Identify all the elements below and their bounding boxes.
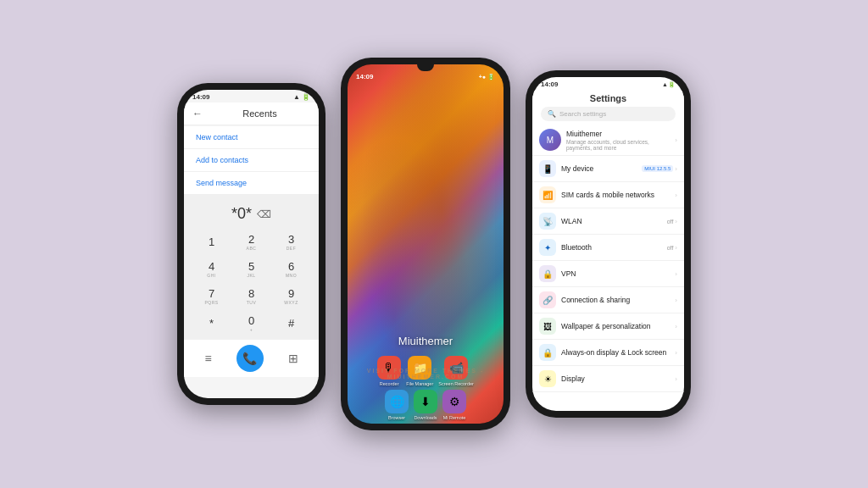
wlan-right: off ›	[667, 218, 677, 225]
settings-item-my-device[interactable]: 📱 My device MIUI 12.5.5 ›	[532, 156, 684, 182]
settings-item-miuithemer[interactable]: M Miuithemer Manage accounts, cloud serv…	[532, 125, 684, 156]
dial-key-2[interactable]: 2ABC	[232, 230, 270, 255]
status-bar-phone1: 14:09 ▲ 🔋	[184, 90, 319, 103]
file-manager-label: File Manager	[406, 381, 433, 386]
settings-screen: 14:09 ▲🔋 Settings 🔍 Search settings M	[532, 77, 684, 411]
display-content: Display	[561, 374, 670, 383]
settings-item-connection-sharing[interactable]: 🔗 Connection & sharing ›	[532, 287, 684, 313]
dialer-input: *0* ⌫	[192, 200, 310, 228]
settings-item-bluetooth[interactable]: ✦ Bluetooth off ›	[532, 235, 684, 261]
backspace-button[interactable]: ⌫	[257, 208, 271, 220]
dial-key-0[interactable]: 0+	[232, 311, 270, 336]
watermark: VISIT FOR MORE THEMES - MIUITHEMER.COM	[348, 368, 504, 380]
mi-remote-label: Mi Remote	[443, 415, 466, 420]
always-on-title: Always-on display & Lock screen	[561, 348, 670, 357]
contact-options: New contact Add to contacts Send message	[184, 126, 319, 195]
chevron-icon: ›	[675, 270, 677, 278]
dial-key-1[interactable]: 1	[192, 230, 231, 255]
home-greeting: Miuithemer	[348, 335, 504, 347]
wlan-content: WLAN	[561, 217, 662, 225]
vpn-title: VPN	[561, 269, 670, 278]
add-to-contacts-option[interactable]: Add to contacts	[184, 149, 319, 172]
dial-key-5[interactable]: 5JKL	[232, 257, 270, 282]
connection-sharing-content: Connection & sharing	[561, 296, 670, 304]
dial-key-4[interactable]: 4GHI	[192, 257, 231, 282]
chevron-icon: ›	[675, 349, 677, 357]
display-icon: ☀	[539, 370, 556, 387]
wallpaper-content: Wallpaper & personalization	[561, 322, 670, 330]
bluetooth-content: Bluetooth	[561, 243, 662, 252]
always-on-icon: 🔒	[539, 344, 556, 361]
dial-key-6[interactable]: 6MNO	[272, 257, 310, 282]
recorder-label: Recorder	[380, 381, 399, 386]
miuithemer-content: Miuithemer Manage accounts, cloud servic…	[566, 130, 670, 151]
status-bar-phone2: 14:09 +● 🔋	[348, 71, 504, 82]
recents-title: Recents	[209, 108, 310, 119]
wallpaper-settings-icon: 🖼	[539, 318, 556, 335]
settings-item-sim[interactable]: 📶 SIM cards & mobile networks ›	[532, 182, 684, 208]
connection-sharing-icon: 🔗	[539, 291, 556, 308]
settings-header: Settings 🔍 Search settings	[532, 90, 684, 125]
settings-item-display[interactable]: ☀ Display ›	[532, 366, 684, 392]
time-phone3: 14:09	[541, 80, 558, 88]
bluetooth-right: off ›	[667, 244, 677, 252]
phone-2: 14:09 +● 🔋 Miuithemer 🎙 Recorder 📁 File …	[341, 58, 510, 430]
mi-remote-icon: ⚙	[442, 390, 466, 413]
my-device-content: My device	[561, 164, 637, 173]
bluetooth-title: Bluetooth	[561, 243, 662, 252]
settings-item-wallpaper[interactable]: 🖼 Wallpaper & personalization ›	[532, 313, 684, 340]
settings-list: M Miuithemer Manage accounts, cloud serv…	[532, 125, 684, 411]
dial-key-3[interactable]: 3DEF	[272, 230, 310, 255]
bluetooth-status: off	[667, 245, 674, 251]
call-button[interactable]: 📞	[236, 345, 264, 372]
miui-badge: MIUI 12.5.5	[642, 165, 673, 172]
chevron-icon: ›	[675, 323, 677, 330]
app-mi-remote[interactable]: ⚙ Mi Remote	[442, 390, 466, 420]
dial-key-star[interactable]: *	[192, 311, 231, 336]
contacts-icon[interactable]: ⊞	[288, 352, 298, 365]
sim-icon: 📶	[539, 186, 556, 203]
chevron-icon: ›	[675, 136, 677, 144]
chevron-icon: ›	[675, 191, 677, 199]
time-phone1: 14:09	[192, 93, 209, 101]
bluetooth-icon: ✦	[539, 239, 556, 256]
my-device-right: MIUI 12.5.5 ›	[642, 165, 677, 173]
chevron-icon: ›	[675, 218, 677, 225]
dial-key-9[interactable]: 9WXYZ	[272, 284, 310, 309]
miuithemer-sub: Manage accounts, cloud services, payment…	[566, 139, 670, 151]
sim-content: SIM cards & mobile networks	[561, 191, 670, 199]
vpn-content: VPN	[561, 269, 670, 278]
wlan-icon: 📡	[539, 213, 556, 230]
new-contact-option[interactable]: New contact	[184, 126, 319, 149]
search-icon: 🔍	[548, 110, 556, 118]
app-browser[interactable]: 🌐 Browser	[385, 390, 409, 420]
phone-3: 14:09 ▲🔋 Settings 🔍 Search settings M	[526, 70, 691, 418]
settings-item-vpn[interactable]: 🔒 VPN ›	[532, 261, 684, 287]
dialer-area: *0* ⌫ 1 2ABC 3DEF 4GHI 5JKL 6MNO 7PQRS 8…	[184, 195, 319, 340]
browser-label: Browser	[388, 415, 405, 420]
dial-key-8[interactable]: 8TUV	[232, 284, 270, 309]
search-bar[interactable]: 🔍 Search settings	[541, 107, 676, 121]
dial-key-hash[interactable]: #	[272, 311, 310, 336]
wlan-status: off	[667, 219, 674, 225]
screen-recorder-label: Screen Recorder	[438, 381, 474, 386]
display-title: Display	[561, 374, 670, 383]
downloads-icon: ⬇	[414, 390, 437, 413]
settings-item-always-on[interactable]: 🔒 Always-on display & Lock screen ›	[532, 340, 684, 366]
chevron-icon: ›	[675, 297, 677, 304]
app-downloads[interactable]: ⬇ Downloads	[414, 390, 437, 420]
home-content: 14:09 +● 🔋 Miuithemer 🎙 Recorder 📁 File …	[348, 71, 504, 424]
send-message-option[interactable]: Send message	[184, 172, 319, 195]
status-icons-phone2: +● 🔋	[479, 74, 495, 80]
my-device-icon: 📱	[539, 160, 556, 177]
wlan-title: WLAN	[561, 217, 662, 225]
dial-key-7[interactable]: 7PQRS	[192, 284, 231, 309]
back-button[interactable]: ←	[192, 108, 203, 119]
miuithemer-avatar: M	[539, 129, 561, 151]
dialpad-icon[interactable]: ≡	[204, 352, 211, 365]
chevron-icon: ›	[675, 375, 677, 383]
dial-grid: 1 2ABC 3DEF 4GHI 5JKL 6MNO 7PQRS 8TUV 9W…	[192, 228, 310, 338]
settings-item-wlan[interactable]: 📡 WLAN off ›	[532, 208, 684, 235]
downloads-label: Downloads	[414, 415, 437, 420]
vpn-icon: 🔒	[539, 265, 556, 282]
